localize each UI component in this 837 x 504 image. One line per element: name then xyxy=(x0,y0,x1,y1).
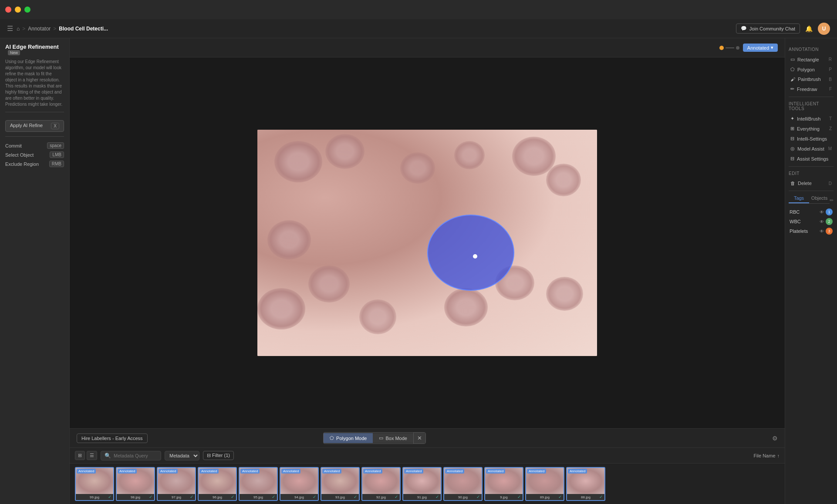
list-item[interactable]: Annotated 95.jpg ✓ xyxy=(239,467,278,501)
tool-icon: ◎ xyxy=(790,146,795,151)
tool-model-assist[interactable]: ◎Model AssistM xyxy=(789,144,834,154)
list-item[interactable]: Annotated 92.jpg ✓ xyxy=(361,467,401,501)
tag-visibility-icon[interactable]: 👁 xyxy=(820,210,824,215)
tool-shortcut: R xyxy=(829,57,832,62)
list-view-button[interactable]: ☰ xyxy=(87,451,97,460)
tag-visibility-icon[interactable]: 👁 xyxy=(820,219,824,224)
tool-intelli-settings[interactable]: ⊟Intelli-Settings xyxy=(789,134,834,144)
thumb-filename: 95.jpg xyxy=(240,495,276,499)
list-item[interactable]: Annotated 89.jpg ✓ xyxy=(525,467,564,501)
mode-close-button[interactable]: ✕ xyxy=(413,433,425,444)
filter-icon: ⊟ xyxy=(207,453,211,458)
shortcut-key: space xyxy=(47,142,64,149)
tool-label: Freedraw xyxy=(797,87,817,92)
fullscreen-button[interactable] xyxy=(24,7,30,13)
tab-tags[interactable]: Tags xyxy=(789,194,809,203)
tool-rectangle[interactable]: ▭RectangleR xyxy=(789,54,834,64)
mode-group: ⬠ Polygon Mode ▭ Box Mode ✕ xyxy=(323,432,426,444)
list-item[interactable]: Annotated 99.jpg ✓ xyxy=(75,467,114,501)
metadata-select[interactable]: Metadata xyxy=(165,451,199,460)
shortcut-row: Select ObjectLMB xyxy=(5,150,64,159)
thumb-filename: 93.jpg xyxy=(322,495,358,499)
bottom-toolbar: Hire Labellers - Early Access ⬠ Polygon … xyxy=(70,428,785,447)
status-dot xyxy=(719,46,724,50)
tool-assist-settings[interactable]: ⊟Assist Settings xyxy=(789,154,834,164)
grid-view-button[interactable]: ⊞ xyxy=(75,451,85,460)
main-layout: AI Edge Refinement New Using our Edge Re… xyxy=(0,38,837,504)
annotation-section-title: Annotation xyxy=(789,47,834,52)
annotated-badge[interactable]: Annotated ▾ xyxy=(743,44,778,52)
shortcut-key: RMB xyxy=(49,161,64,167)
sort-icon: ↑ xyxy=(777,453,780,458)
list-item[interactable]: Annotated 98.jpg ✓ xyxy=(116,467,155,501)
list-item[interactable]: Annotated 9.jpg ✓ xyxy=(484,467,523,501)
tool-icon: ✦ xyxy=(790,116,794,121)
avatar[interactable]: U xyxy=(818,23,830,35)
search-input[interactable] xyxy=(114,453,157,458)
join-chat-button[interactable]: 💬 Join Community Chat xyxy=(736,24,800,34)
thumbnails-toolbar: ⊞ ☰ 🔍 Metadata ⊟ Filter (1) File Name ↑ xyxy=(70,448,785,464)
box-mode-button[interactable]: ▭ Box Mode xyxy=(373,433,413,443)
image-canvas[interactable] xyxy=(70,57,785,428)
list-item[interactable]: Annotated 94.jpg ✓ xyxy=(280,467,319,501)
annotated-label: Annotated xyxy=(322,469,341,474)
tab-objects[interactable]: Objects xyxy=(809,194,830,203)
titlebar xyxy=(0,0,837,19)
shortcut-label: Exclude Region xyxy=(5,161,39,167)
annotated-label: Annotated xyxy=(281,469,300,474)
tags-list: RBC 👁 1 WBC 👁 2 Platelets 👁 3 xyxy=(789,207,834,236)
tool-paintbrush[interactable]: 🖌PaintbrushB xyxy=(789,74,834,84)
close-button[interactable] xyxy=(5,7,11,13)
check-icon: ✓ xyxy=(558,494,562,499)
check-icon: ✓ xyxy=(108,494,111,499)
panel-description: Using our Edge Refinement algorithm, our… xyxy=(5,59,64,108)
shortcut-row: Commitspace xyxy=(5,141,64,150)
annotator-link[interactable]: Annotator xyxy=(28,26,51,32)
sort-button[interactable]: File Name ↑ xyxy=(753,453,780,458)
tool-icon: ⊟ xyxy=(790,156,794,161)
tool-icon: ⊞ xyxy=(790,126,794,131)
list-item[interactable]: Annotated 97.jpg ✓ xyxy=(157,467,196,501)
check-icon: ✓ xyxy=(313,494,316,499)
check-icon: ✓ xyxy=(476,494,480,499)
list-item[interactable]: Annotated 90.jpg ✓ xyxy=(443,467,483,501)
list-item[interactable]: Annotated 91.jpg ✓ xyxy=(402,467,442,501)
notification-bell-icon[interactable]: 🔔 xyxy=(805,25,813,32)
tool-shortcut: P xyxy=(829,67,832,72)
filter-button[interactable]: ⊟ Filter (1) xyxy=(203,451,234,460)
tool-intellibrush[interactable]: ✦IntelliBrushT xyxy=(789,114,834,124)
polygon-mode-button[interactable]: ⬠ Polygon Mode xyxy=(324,433,373,443)
thumb-filename: 90.jpg xyxy=(445,495,481,499)
tool-delete[interactable]: 🗑DeleteD xyxy=(789,178,834,188)
new-badge: New xyxy=(8,50,20,55)
menu-icon[interactable]: ☰ xyxy=(7,24,13,33)
annotated-label: Annotated xyxy=(240,469,260,474)
check-icon: ✓ xyxy=(272,494,275,499)
hire-labellers-button[interactable]: Hire Labellers - Early Access xyxy=(77,433,148,443)
home-icon[interactable]: ⌂ xyxy=(17,26,20,32)
settings-icon[interactable]: ⚙ xyxy=(772,435,778,442)
tool-polygon[interactable]: ⬠PolygonP xyxy=(789,64,834,74)
annotated-label: Annotated xyxy=(747,45,769,50)
tool-label: IntelliBrush xyxy=(797,116,820,121)
annotation-tools: ▭RectangleR⬠PolygonP🖌PaintbrushB✏Freedra… xyxy=(789,54,834,94)
canvas-image xyxy=(257,130,597,356)
edit-icon[interactable]: ✏ xyxy=(830,198,834,203)
minimize-button[interactable] xyxy=(15,7,21,13)
check-icon: ✓ xyxy=(517,494,521,499)
tool-freedraw[interactable]: ✏FreedrawF xyxy=(789,84,834,94)
tool-everything[interactable]: ⊞EverythingZ xyxy=(789,124,834,134)
edit-tools: 🗑DeleteD xyxy=(789,178,834,188)
tool-shortcut: D xyxy=(829,181,832,186)
left-panel: AI Edge Refinement New Using our Edge Re… xyxy=(0,38,70,504)
thumb-filename: 91.jpg xyxy=(404,495,440,499)
list-item[interactable]: Annotated 93.jpg ✓ xyxy=(321,467,360,501)
apply-ai-refine-button[interactable]: Apply AI Refine X xyxy=(5,120,64,132)
tag-visibility-icon[interactable]: 👁 xyxy=(820,229,824,234)
image-toolbar: Annotated ▾ xyxy=(70,38,785,57)
navbar: ☰ ⌂ > Annotator > Blood Cell Detecti... … xyxy=(0,19,837,38)
annotated-label: Annotated xyxy=(527,469,546,474)
tag-plt: Platelets 👁 3 xyxy=(789,226,834,236)
list-item[interactable]: Annotated 88.jpg ✓ xyxy=(566,467,605,501)
list-item[interactable]: Annotated 96.jpg ✓ xyxy=(198,467,237,501)
